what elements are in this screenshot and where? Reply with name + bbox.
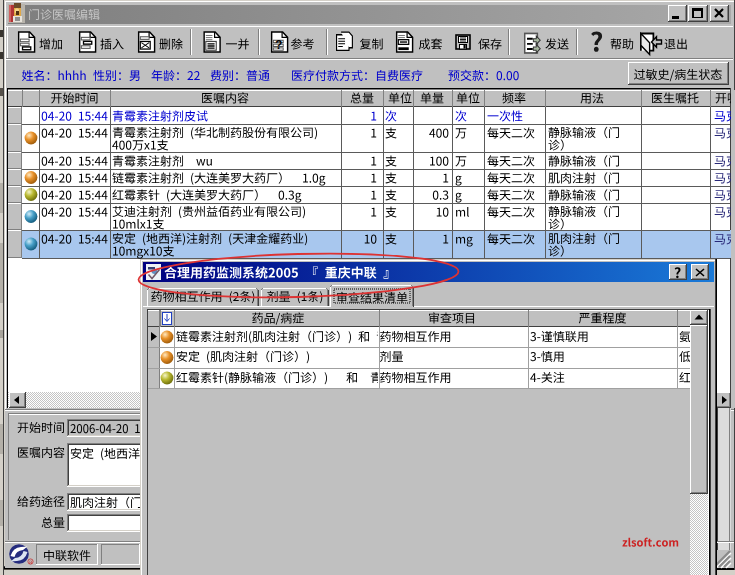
svg-text:?: ? xyxy=(275,38,282,52)
